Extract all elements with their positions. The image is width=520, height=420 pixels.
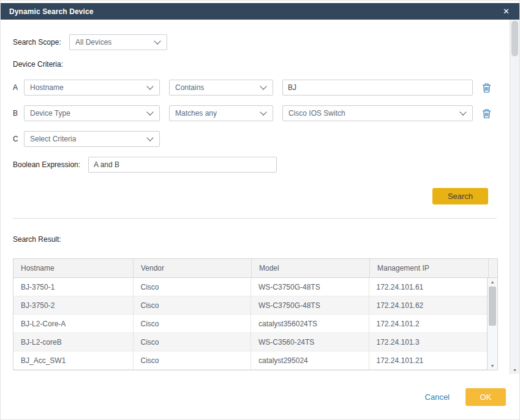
criteria-letter-a: A [13, 83, 19, 92]
search-scope-label: Search Scope: [13, 38, 69, 47]
search-button-row: Search [13, 188, 497, 204]
cell-management-ip: 172.24.101.2 [369, 315, 488, 332]
cell-hostname: BJ-3750-2 [13, 296, 133, 314]
divider [13, 218, 497, 219]
dialog-titlebar: Dynamic Search Device ✕ [1, 3, 519, 20]
search-scope-row: Search Scope: All Devices [13, 34, 519, 50]
cell-vendor: Cisco [133, 351, 251, 369]
column-header-vendor[interactable]: Vendor [133, 259, 251, 277]
criteria-a-value-input[interactable] [282, 80, 473, 96]
arrow-up-icon[interactable]: ▲ [491, 278, 495, 286]
criteria-row-a: A Hostname Contains [13, 80, 519, 96]
chevron-down-icon [260, 83, 266, 89]
criteria-a-field-value: Hostname [30, 83, 64, 92]
dynamic-search-device-dialog: Dynamic Search Device ✕ Search Scope: Al… [0, 0, 520, 420]
dialog-footer: Cancel OK [425, 388, 506, 406]
scrollbar-header-cell [488, 259, 497, 277]
chevron-down-icon [260, 108, 266, 115]
criteria-b-operator-select[interactable]: Matches any [169, 105, 273, 121]
cell-management-ip: 172.24.101.3 [369, 333, 488, 351]
cell-model: WS-C3750G-48TS [251, 296, 369, 314]
trash-icon[interactable] [482, 83, 491, 93]
table-row[interactable]: BJ-3750-2 Cisco WS-C3750G-48TS 172.24.10… [13, 296, 487, 315]
column-header-hostname[interactable]: Hostname [13, 259, 133, 277]
criteria-c-field-value: Select Criteria [30, 135, 76, 143]
cell-model: catalyst356024TS [251, 315, 369, 332]
criteria-b-field-value: Device Type [30, 109, 70, 118]
table-scrollbar[interactable]: ▲ ▼ [487, 278, 497, 370]
table-row[interactable]: BJ-L2-Core-A Cisco catalyst356024TS 172.… [13, 315, 487, 333]
cell-model: catalyst295024 [251, 351, 369, 369]
search-scope-value: All Devices [75, 38, 111, 47]
cell-vendor: Cisco [133, 296, 251, 314]
cell-management-ip: 172.24.101.61 [369, 278, 488, 296]
cell-hostname: BJ-L2-coreB [13, 333, 133, 351]
cell-management-ip: 172.24.101.62 [369, 296, 488, 314]
boolean-expression-label: Boolean Expression: [13, 160, 88, 169]
search-result-table: Hostname Vendor Model Management IP BJ-3… [13, 258, 498, 370]
cell-vendor: Cisco [133, 315, 251, 332]
cell-vendor: Cisco [133, 333, 251, 351]
criteria-row-b: B Device Type Matches any Cisco IOS Swit… [13, 105, 519, 121]
dialog-content: Search Scope: All Devices Device Criteri… [1, 34, 519, 370]
ok-button[interactable]: OK [465, 388, 506, 406]
criteria-b-operator-value: Matches any [175, 109, 217, 118]
chevron-down-icon [146, 108, 153, 115]
scroll-thumb[interactable] [489, 287, 496, 326]
cell-model: WS-C3750G-48TS [251, 278, 369, 296]
search-scope-select[interactable]: All Devices [69, 34, 167, 50]
table-row[interactable]: BJ-L2-coreB Cisco WS-C3560-24TS 172.24.1… [13, 333, 487, 351]
cell-hostname: BJ-L2-Core-A [13, 315, 133, 332]
criteria-a-field-select[interactable]: Hostname [24, 80, 160, 96]
cell-model: WS-C3560-24TS [251, 333, 369, 351]
search-button[interactable]: Search [432, 188, 488, 204]
criteria-b-value: Cisco IOS Switch [288, 109, 345, 118]
chevron-down-icon [459, 108, 466, 115]
table-body: BJ-3750-1 Cisco WS-C3750G-48TS 172.24.10… [13, 278, 497, 370]
table-header-row: Hostname Vendor Model Management IP [13, 259, 497, 278]
cancel-button[interactable]: Cancel [425, 392, 450, 402]
device-criteria-label: Device Criteria: [13, 60, 519, 69]
criteria-c-field-select[interactable]: Select Criteria [24, 131, 160, 147]
cell-vendor: Cisco [133, 278, 251, 296]
arrow-down-icon[interactable]: ▼ [513, 366, 517, 374]
dialog-scrollbar[interactable]: ▼ [510, 20, 519, 374]
close-icon[interactable]: ✕ [500, 6, 512, 17]
criteria-row-c: C Select Criteria [13, 131, 519, 147]
boolean-expression-row: Boolean Expression: [13, 157, 519, 173]
column-header-model[interactable]: Model [251, 259, 369, 277]
scroll-thumb[interactable] [511, 21, 518, 56]
table-row[interactable]: BJ_Acc_SW1 Cisco catalyst295024 172.24.1… [13, 351, 487, 370]
arrow-down-icon[interactable]: ▼ [491, 362, 495, 370]
chevron-down-icon [146, 83, 153, 89]
criteria-a-operator-value: Contains [175, 83, 204, 92]
cell-management-ip: 172.24.101.21 [369, 351, 488, 369]
criteria-b-value-select[interactable]: Cisco IOS Switch [282, 105, 473, 121]
criteria-a-operator-select[interactable]: Contains [169, 80, 273, 96]
criteria-letter-c: C [13, 135, 19, 143]
boolean-expression-input[interactable] [88, 157, 277, 173]
criteria-letter-b: B [13, 109, 19, 118]
column-header-management-ip[interactable]: Management IP [369, 259, 488, 277]
trash-icon[interactable] [482, 108, 491, 119]
cell-hostname: BJ-3750-1 [13, 278, 133, 296]
table-row[interactable]: BJ-3750-1 Cisco WS-C3750G-48TS 172.24.10… [13, 278, 487, 296]
chevron-down-icon [146, 134, 153, 141]
criteria-b-field-select[interactable]: Device Type [24, 105, 160, 121]
search-result-label: Search Result: [13, 235, 519, 244]
cell-hostname: BJ_Acc_SW1 [13, 351, 133, 369]
dialog-title: Dynamic Search Device [9, 7, 500, 16]
chevron-down-icon [154, 37, 160, 44]
